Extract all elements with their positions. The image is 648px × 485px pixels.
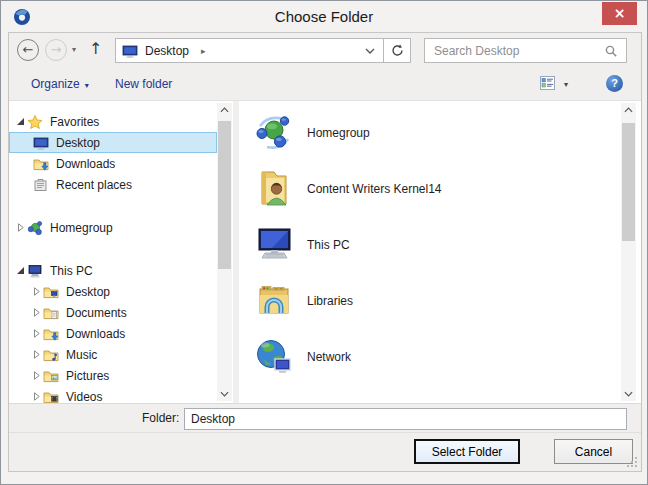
sidebar-item-label: Favorites: [50, 115, 105, 129]
expander-closed-icon[interactable]: [29, 371, 43, 380]
file-list-scrollbar[interactable]: [621, 103, 636, 401]
breadcrumb-location[interactable]: Desktop: [145, 44, 189, 58]
address-bar[interactable]: Desktop ▸: [115, 38, 384, 63]
breadcrumb-chevron-icon[interactable]: ▸: [201, 46, 206, 56]
file-item-libraries[interactable]: Libraries: [239, 273, 621, 329]
caret-down-icon: ▾: [72, 45, 76, 54]
desktop-monitor-icon: [33, 135, 50, 151]
chevron-down-icon: [365, 48, 375, 54]
change-view-button[interactable]: [540, 76, 555, 90]
sidebar-item-recent-places[interactable]: Recent places: [9, 174, 217, 195]
sidebar-item-pc-downloads[interactable]: Downloads: [9, 323, 217, 344]
help-button[interactable]: ?: [606, 75, 623, 92]
desktop-folder-icon: [43, 284, 60, 300]
search-input[interactable]: [425, 39, 626, 62]
file-item-label: Homegroup: [307, 126, 370, 140]
back-arrow-icon: ←: [23, 42, 34, 57]
file-item-label: Network: [307, 350, 351, 364]
sidebar-item-label: Downloads: [56, 157, 121, 171]
organize-label: Organize: [31, 77, 80, 91]
search-box: [424, 38, 627, 63]
new-folder-label: New folder: [115, 77, 172, 91]
music-folder-icon: [43, 347, 60, 363]
sidebar-item-documents[interactable]: Documents: [9, 302, 217, 323]
scroll-up-button[interactable]: [621, 103, 636, 117]
folder-name-input[interactable]: [184, 408, 627, 430]
sidebar-item-this-pc[interactable]: This PC: [9, 260, 217, 281]
refresh-icon: [391, 44, 404, 57]
expander-open-icon[interactable]: [13, 266, 27, 275]
forward-button[interactable]: →: [45, 39, 67, 61]
caret-down-icon: ▾: [85, 81, 89, 90]
close-button[interactable]: ×: [602, 2, 637, 25]
file-item-partial[interactable]: [239, 385, 621, 405]
navigation-bar: ← → ▾ ↑ Desktop ▸: [9, 33, 641, 68]
organize-button[interactable]: Organize▾: [31, 77, 89, 91]
window-title: Choose Folder: [1, 1, 647, 32]
sidebar-item-homegroup[interactable]: Homegroup: [9, 217, 217, 238]
select-folder-button[interactable]: Select Folder: [414, 439, 520, 464]
recent-places-icon: [33, 177, 50, 193]
expander-closed-icon[interactable]: [29, 329, 43, 338]
resize-grip[interactable]: [625, 455, 638, 468]
file-item-content-writers[interactable]: Content Writers Kernel14: [239, 161, 621, 217]
sidebar-item-label: Desktop: [66, 285, 116, 299]
back-button[interactable]: ←: [17, 39, 39, 61]
downloads-folder-icon: [43, 326, 60, 342]
sidebar-item-music[interactable]: Music: [9, 344, 217, 365]
expander-closed-icon[interactable]: [13, 223, 27, 232]
expander-open-icon[interactable]: [13, 117, 27, 126]
sidebar-item-favorites[interactable]: Favorites: [9, 111, 217, 132]
recent-locations-dropdown[interactable]: ▾: [72, 45, 76, 54]
file-item-homegroup[interactable]: Homegroup: [239, 105, 621, 161]
up-button[interactable]: ↑: [89, 39, 102, 58]
sidebar-scrollbar[interactable]: [217, 103, 232, 401]
scroll-down-button[interactable]: [621, 387, 636, 401]
choose-folder-dialog: Choose Folder × ← → ▾ ↑ Desktop: [0, 0, 648, 485]
view-options-dropdown[interactable]: ▾: [564, 80, 568, 89]
scroll-down-button[interactable]: [217, 387, 232, 401]
expander-closed-icon[interactable]: [29, 308, 43, 317]
titlebar[interactable]: Choose Folder ×: [1, 1, 647, 32]
network-icon: [253, 336, 295, 378]
folder-tree: Favorites Desktop Downloads Recent place…: [9, 101, 217, 405]
scroll-up-icon: [624, 107, 633, 113]
homegroup-icon: [27, 220, 44, 236]
up-arrow-icon: ↑: [89, 39, 102, 58]
sidebar-item-label: This PC: [50, 264, 99, 278]
expander-closed-icon[interactable]: [29, 350, 43, 359]
pictures-folder-icon: [43, 368, 60, 384]
scrollbar-thumb[interactable]: [218, 121, 231, 269]
sidebar-item-label: Videos: [66, 390, 108, 404]
file-item-label: Content Writers Kernel14: [307, 182, 442, 196]
expander-closed-icon[interactable]: [29, 287, 43, 296]
file-list-pane: Homegroup Content Writers Kernel14 This …: [239, 101, 641, 405]
sidebar-item-label: Recent places: [56, 178, 138, 192]
sidebar-item-pc-desktop[interactable]: Desktop: [9, 281, 217, 302]
file-item-label: Libraries: [307, 294, 353, 308]
sidebar-item-label: Downloads: [66, 327, 131, 341]
folder-name-row: Folder:: [9, 404, 641, 433]
scroll-up-button[interactable]: [217, 103, 232, 117]
sidebar-item-downloads[interactable]: Downloads: [9, 153, 217, 174]
file-item-this-pc[interactable]: This PC: [239, 217, 621, 273]
file-item-label: This PC: [307, 238, 350, 252]
search-icon[interactable]: [605, 45, 618, 58]
documents-folder-icon: [43, 305, 60, 321]
sidebar-item-desktop[interactable]: Desktop: [9, 132, 217, 153]
cancel-button[interactable]: Cancel: [554, 439, 633, 464]
refresh-button[interactable]: [383, 38, 411, 63]
homegroup-icon: [253, 112, 295, 154]
folder-field-label: Folder:: [142, 411, 179, 425]
sidebar-item-pictures[interactable]: Pictures: [9, 365, 217, 386]
file-item-network[interactable]: Network: [239, 329, 621, 385]
computer-icon: [27, 263, 44, 279]
expander-closed-icon[interactable]: [29, 392, 43, 401]
new-folder-button[interactable]: New folder: [115, 77, 172, 91]
forward-arrow-icon: →: [51, 42, 62, 57]
address-dropdown-button[interactable]: [365, 48, 375, 54]
scrollbar-thumb[interactable]: [622, 123, 635, 241]
sidebar-item-label: Music: [66, 348, 103, 362]
downloads-folder-icon: [33, 156, 50, 172]
dialog-client-area: ← → ▾ ↑ Desktop ▸: [8, 32, 642, 472]
